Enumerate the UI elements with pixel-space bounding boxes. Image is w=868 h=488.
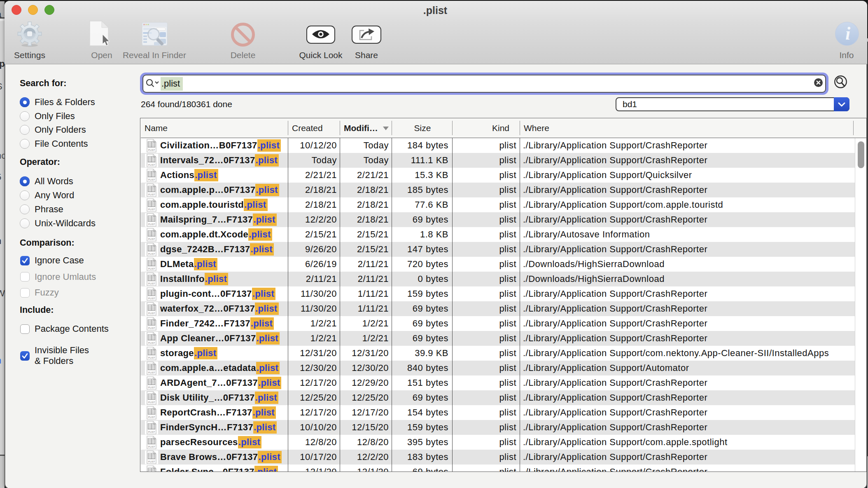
svg-text:PLIST: PLIST <box>148 208 155 211</box>
svg-text:PLIST: PLIST <box>148 178 155 181</box>
svg-text:PLIST: PLIST <box>148 282 155 285</box>
svg-text:PLIST: PLIST <box>148 431 155 433</box>
svg-text:PLIST: PLIST <box>148 460 155 463</box>
svg-text:PLIST: PLIST <box>148 401 155 404</box>
svg-text:PLIST: PLIST <box>148 297 155 300</box>
svg-text:PLIST: PLIST <box>148 342 155 344</box>
svg-text:PLIST: PLIST <box>148 193 155 196</box>
svg-text:PLIST: PLIST <box>148 312 155 314</box>
svg-text:PLIST: PLIST <box>148 267 155 270</box>
svg-text:i: i <box>845 23 851 44</box>
svg-text:PLIST: PLIST <box>148 371 155 374</box>
svg-text:PLIST: PLIST <box>148 223 155 225</box>
svg-text:PLIST: PLIST <box>148 149 155 151</box>
svg-text:PLIST: PLIST <box>148 164 155 166</box>
svg-text:PLIST: PLIST <box>148 253 155 255</box>
svg-text:PLIST: PLIST <box>148 238 155 240</box>
svg-text:PLIST: PLIST <box>148 386 155 389</box>
svg-text:PLIST: PLIST <box>148 416 155 418</box>
svg-text:PLIST: PLIST <box>148 357 155 359</box>
svg-text:PLIST: PLIST <box>148 446 155 448</box>
svg-text:PLIST: PLIST <box>148 327 155 329</box>
